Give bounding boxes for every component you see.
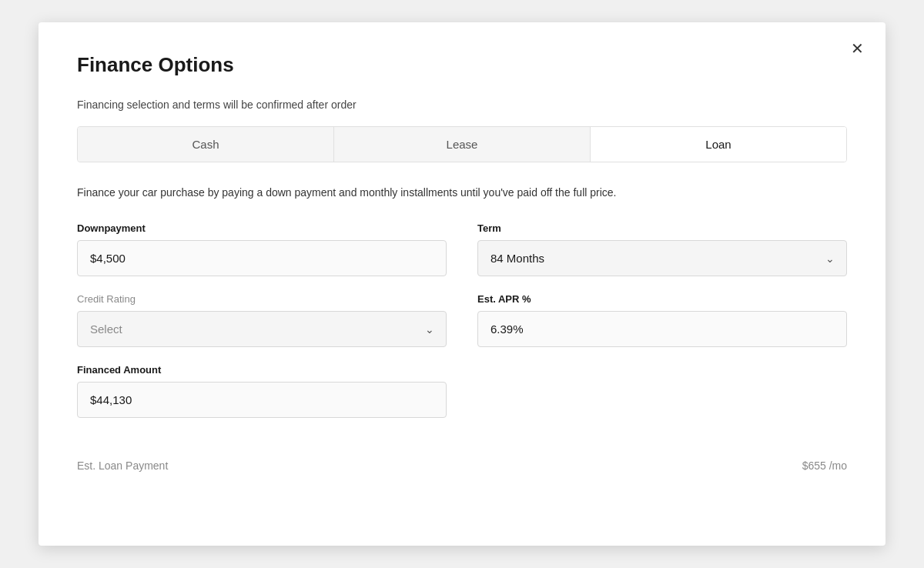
- modal-title: Finance Options: [77, 53, 847, 77]
- description-text: Finance your car purchase by paying a do…: [77, 184, 847, 201]
- credit-rating-select-wrapper: Select Excellent Good Fair Poor ⌄: [77, 311, 447, 347]
- financed-amount-label: Financed Amount: [77, 364, 447, 376]
- term-group: Term 24 Months 36 Months 48 Months 60 Mo…: [477, 222, 847, 276]
- term-select-wrapper: 24 Months 36 Months 48 Months 60 Months …: [477, 240, 847, 276]
- tab-cash[interactable]: Cash: [78, 127, 334, 162]
- est-loan-payment-label: Est. Loan Payment: [77, 459, 168, 472]
- credit-rating-label: Credit Rating: [77, 293, 447, 305]
- close-button[interactable]: ✕: [848, 38, 867, 59]
- tabs-container: Cash Lease Loan: [77, 126, 847, 162]
- financed-amount-input[interactable]: [77, 382, 447, 418]
- downpayment-group: Downpayment: [77, 222, 447, 276]
- subtitle-text: Financing selection and terms will be co…: [77, 99, 847, 111]
- financed-amount-group: Financed Amount: [77, 364, 447, 418]
- empty-cell: [477, 364, 847, 435]
- finance-options-modal: ✕ Finance Options Financing selection an…: [38, 22, 886, 546]
- est-apr-group: Est. APR %: [477, 293, 847, 347]
- term-select[interactable]: 24 Months 36 Months 48 Months 60 Months …: [477, 240, 847, 276]
- credit-rating-group: Credit Rating Select Excellent Good Fair…: [77, 293, 447, 347]
- tab-lease[interactable]: Lease: [334, 127, 591, 162]
- tab-loan[interactable]: Loan: [591, 127, 846, 162]
- term-label: Term: [477, 222, 847, 234]
- est-apr-input[interactable]: [477, 311, 847, 347]
- est-loan-payment-value: $655 /mo: [802, 459, 847, 472]
- est-apr-label: Est. APR %: [477, 293, 847, 305]
- form-grid: Downpayment Term 24 Months 36 Months 48 …: [77, 222, 847, 435]
- footer-row: Est. Loan Payment $655 /mo: [77, 453, 847, 472]
- credit-rating-select[interactable]: Select Excellent Good Fair Poor: [77, 311, 447, 347]
- downpayment-label: Downpayment: [77, 222, 447, 234]
- downpayment-input[interactable]: [77, 240, 447, 276]
